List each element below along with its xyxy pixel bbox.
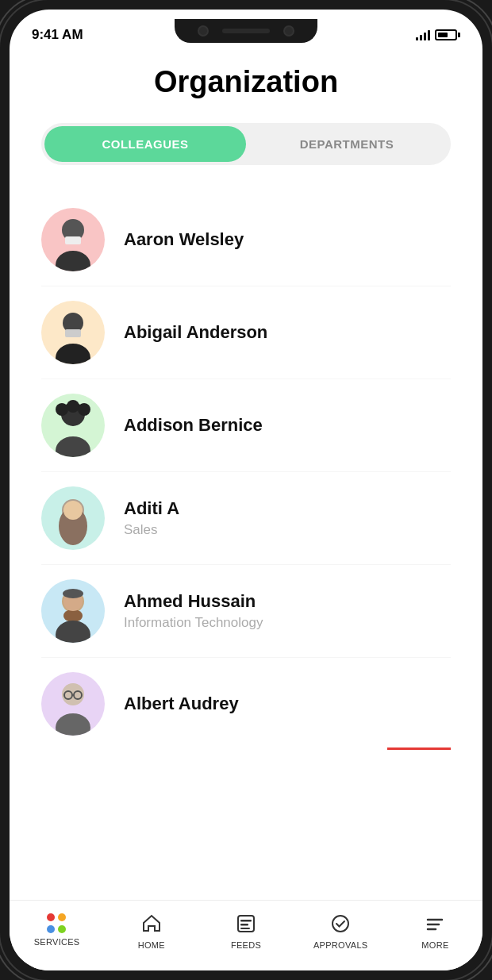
status-icons bbox=[416, 29, 460, 40]
colleague-name: Addison Bernice bbox=[124, 415, 451, 436]
signal-icon bbox=[416, 29, 430, 40]
colleague-info: Abigail Anderson bbox=[124, 322, 451, 343]
speaker bbox=[222, 29, 270, 33]
colleague-department: Information Technology bbox=[124, 615, 451, 631]
list-item[interactable]: Abigail Anderson bbox=[41, 286, 451, 379]
status-time: 9:41 AM bbox=[32, 27, 83, 43]
nav-item-feeds[interactable]: FEEDS bbox=[198, 909, 293, 955]
nav-item-more[interactable]: MORE bbox=[388, 909, 482, 955]
colleague-info: Addison Bernice bbox=[124, 415, 451, 436]
svg-rect-25 bbox=[240, 920, 252, 922]
notch bbox=[175, 19, 317, 43]
svg-point-23 bbox=[56, 713, 90, 736]
svg-point-19 bbox=[62, 683, 84, 705]
nav-label-more: MORE bbox=[421, 940, 448, 950]
departments-tab[interactable]: DEPARTMENTS bbox=[246, 126, 448, 162]
svg-rect-5 bbox=[65, 329, 81, 337]
colleague-info: Aditi A Sales bbox=[124, 498, 451, 537]
avatar bbox=[41, 486, 105, 550]
svg-point-8 bbox=[67, 400, 79, 413]
colleague-name: Albert Audrey bbox=[124, 694, 451, 714]
colleague-info: Albert Audrey bbox=[124, 694, 451, 714]
front-camera bbox=[198, 25, 209, 37]
nav-item-home[interactable]: HOME bbox=[104, 909, 198, 955]
home-icon bbox=[141, 913, 162, 937]
avatar bbox=[41, 579, 105, 643]
nav-item-approvals[interactable]: APPROVALS bbox=[294, 909, 388, 955]
svg-rect-26 bbox=[240, 924, 248, 926]
red-accent-line bbox=[387, 747, 451, 750]
nav-label-feeds: FEEDS bbox=[231, 940, 261, 950]
svg-point-7 bbox=[56, 403, 68, 416]
svg-point-18 bbox=[56, 621, 90, 643]
svg-rect-2 bbox=[65, 236, 81, 244]
svg-point-4 bbox=[56, 344, 90, 364]
feeds-icon bbox=[236, 913, 256, 937]
svg-point-13 bbox=[63, 501, 83, 520]
colleague-department: Sales bbox=[124, 522, 451, 538]
avatar bbox=[41, 394, 105, 457]
svg-point-10 bbox=[56, 436, 90, 457]
svg-rect-27 bbox=[240, 928, 250, 929]
svg-point-9 bbox=[78, 403, 90, 416]
list-item[interactable]: Aditi A Sales bbox=[41, 472, 451, 565]
colleague-name: Ahmed Hussain bbox=[124, 591, 451, 612]
list-item[interactable]: Aaron Welsley bbox=[41, 194, 451, 286]
services-icon bbox=[47, 913, 67, 934]
main-content: Organization COLLEAGUES DEPARTMENTS bbox=[10, 49, 482, 900]
page-title: Organization bbox=[41, 65, 451, 99]
svg-point-1 bbox=[56, 251, 90, 271]
phone-frame: 9:41 AM Organization bbox=[0, 0, 492, 980]
battery-icon bbox=[435, 29, 460, 40]
approvals-icon bbox=[330, 913, 351, 937]
svg-point-28 bbox=[332, 916, 348, 932]
colleague-list: Aaron Welsley Abigail Anderson bbox=[41, 194, 451, 750]
sensor bbox=[283, 25, 294, 37]
list-item[interactable]: Ahmed Hussain Information Technology bbox=[41, 565, 451, 658]
svg-point-17 bbox=[63, 589, 83, 598]
avatar bbox=[41, 672, 105, 736]
avatar bbox=[41, 301, 105, 364]
nav-label-home: HOME bbox=[138, 940, 165, 950]
nav-label-approvals: APPROVALS bbox=[313, 940, 368, 950]
tab-toggle: COLLEAGUES DEPARTMENTS bbox=[41, 123, 451, 165]
list-item[interactable]: Albert Audrey bbox=[41, 658, 451, 750]
colleague-info: Aaron Welsley bbox=[124, 229, 451, 250]
avatar bbox=[41, 208, 105, 271]
svg-point-15 bbox=[63, 609, 83, 622]
more-icon bbox=[425, 913, 445, 937]
list-item[interactable]: Addison Bernice bbox=[41, 379, 451, 472]
colleague-name: Aditi A bbox=[124, 498, 451, 519]
bottom-nav: SERVICES HOME bbox=[10, 900, 482, 970]
nav-item-services[interactable]: SERVICES bbox=[10, 909, 104, 955]
phone-screen: 9:41 AM Organization bbox=[10, 10, 482, 970]
colleague-info: Ahmed Hussain Information Technology bbox=[124, 591, 451, 630]
colleagues-tab[interactable]: COLLEAGUES bbox=[44, 126, 246, 162]
colleague-name: Aaron Welsley bbox=[124, 229, 451, 250]
nav-label-services: SERVICES bbox=[34, 937, 80, 947]
colleague-name: Abigail Anderson bbox=[124, 322, 451, 343]
